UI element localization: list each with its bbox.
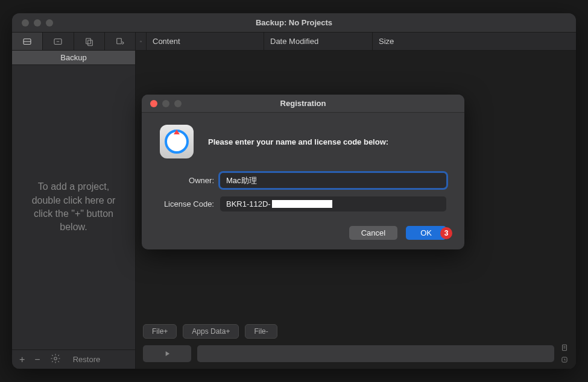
sidebar-label: Backup [12,51,135,65]
add-project-button[interactable]: + [19,354,25,365]
play-icon [163,349,171,358]
svg-rect-5 [87,40,92,45]
column-date-modified[interactable]: Date Modified [264,33,373,50]
modal-title: Registration [142,99,464,108]
view-mode-4[interactable] [105,33,135,50]
main-window: Backup: No Projects Backup To ad [12,13,576,369]
file-minus-button[interactable]: File- [245,324,277,339]
column-size[interactable]: Size [373,33,576,50]
traffic-lights [12,19,53,27]
clock-icon[interactable] [560,355,569,364]
sync-icon [115,36,125,47]
svg-rect-4 [86,38,90,43]
license-label: License Code: [160,199,214,208]
sidebar-placeholder: To add a project, double click here or c… [24,180,123,234]
column-content[interactable]: Content [147,33,264,50]
content-bottom-bar: File+ Apps Data+ File- [136,319,576,369]
license-input[interactable]: BKR1-112D- [220,196,446,211]
layout-icon [22,36,33,47]
owner-label: Owner: [160,176,214,185]
apps-data-plus-button[interactable]: Apps Data+ [183,324,239,339]
modal-prompt: Please enter your name and license code … [208,137,388,146]
step-badge: 3 [440,227,452,239]
file-plus-button[interactable]: File+ [143,324,177,339]
maximize-button[interactable] [46,19,53,27]
progress-bar [197,345,554,362]
view-mode-2[interactable] [43,33,74,50]
minimize-button[interactable] [34,19,41,27]
modal-titlebar: Registration [142,95,464,113]
settings-button[interactable] [50,353,61,366]
app-icon [160,125,194,158]
close-button[interactable] [22,19,29,27]
modal-minimize-button [162,100,169,107]
document-icon[interactable] [560,343,569,352]
run-button[interactable] [143,345,191,362]
restore-button[interactable]: Restore [73,355,101,364]
status-column[interactable]: ◦ [136,33,147,50]
content-header: ◦ Content Date Modified Size [136,33,576,51]
cancel-button[interactable]: Cancel [349,226,397,240]
sidebar-footer: + − Restore [12,349,135,369]
window-title: Backup: No Projects [12,18,576,27]
gear-icon [50,353,61,364]
copy-icon [84,36,95,47]
ok-button[interactable]: OK 3 [406,226,446,240]
sidebar-toolbar [12,33,135,51]
ok-label: OK [420,228,432,237]
archive-icon [52,36,63,47]
svg-point-7 [54,357,57,360]
sidebar-project-area[interactable]: To add a project, double click here or c… [12,65,135,349]
remove-project-button[interactable]: − [34,354,40,365]
view-mode-3[interactable] [74,33,105,50]
owner-input[interactable] [220,173,446,188]
sidebar: Backup To add a project, double click he… [12,33,136,369]
svg-rect-8 [563,345,567,350]
modal-close-button[interactable] [150,100,157,107]
svg-rect-6 [117,38,122,43]
title-bar: Backup: No Projects [12,13,576,33]
view-mode-1[interactable] [12,33,43,50]
registration-dialog: Registration Please enter your name and … [142,95,464,249]
license-prefix: BKR1-112D- [226,199,271,208]
license-redacted [272,200,332,208]
modal-maximize-button [174,100,182,107]
